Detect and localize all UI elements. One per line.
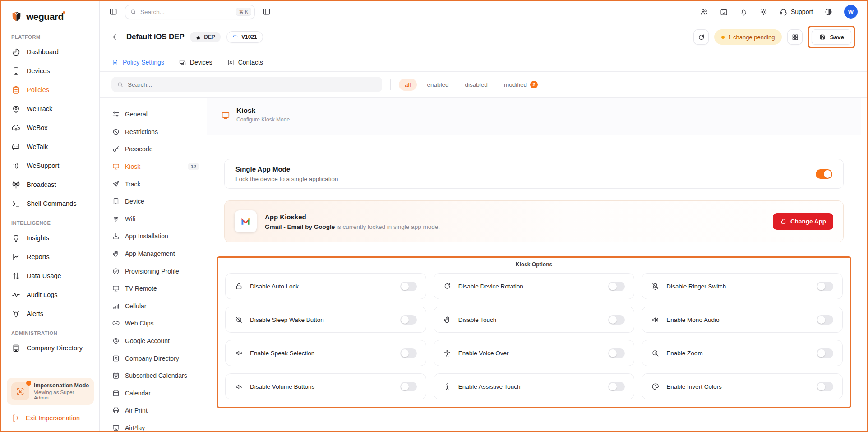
filter-enabled[interactable]: enabled [421, 79, 455, 91]
sidebar-item-label: Company Directory [27, 344, 83, 352]
sidebar-item-audit-logs[interactable]: Audit Logs [1, 285, 99, 304]
tab-devices[interactable]: Devices [179, 59, 212, 66]
sidebar-item-policies[interactable]: Policies [1, 80, 99, 99]
policy-nav-tv-remote[interactable]: TV Remote [112, 280, 199, 297]
policy-nav-label: App Management [125, 250, 175, 257]
calendar-check-button[interactable] [720, 8, 728, 16]
option-toggle-disable-volume-buttons[interactable] [400, 382, 417, 391]
zoom-in-icon [651, 349, 660, 358]
sidebar-item-webox[interactable]: WeBox [1, 118, 99, 137]
option-toggle-disable-sleep-wake-button[interactable] [400, 315, 417, 325]
policy-nav-passcode[interactable]: Passcode [112, 140, 199, 158]
policy-nav-app-installation[interactable]: App Installation [112, 228, 199, 245]
theme-contrast-icon[interactable] [824, 8, 833, 16]
policy-nav-subscribed-calendars[interactable]: Subscribed Calendars [112, 367, 199, 385]
sidebar-item-insights[interactable]: Insights [1, 228, 99, 247]
policy-nav-restrictions[interactable]: Restrictions [112, 123, 199, 141]
sidebar-item-dashboard[interactable]: Dashboard [1, 42, 99, 61]
filter-modified[interactable]: modified2 [498, 78, 544, 91]
policy-nav-label: Wifi [125, 215, 135, 223]
option-toggle-enable-mono-audio[interactable] [817, 315, 833, 325]
sidebar-item-data-usage[interactable]: Data Usage [1, 266, 99, 285]
sidebar-item-label: Shell Commands [27, 200, 76, 207]
policy-nav-kiosk[interactable]: Kiosk12 [112, 158, 199, 176]
gear-button[interactable] [759, 8, 768, 16]
policy-nav-airplay[interactable]: AirPlay [112, 419, 199, 431]
app-kiosked-title: App Kiosked [265, 213, 440, 221]
option-toggle-enable-speak-selection[interactable] [400, 348, 417, 358]
policy-nav-provisioning-profile[interactable]: Provisioning Profile [112, 262, 199, 280]
sidebar-toggle-icon[interactable] [109, 7, 118, 16]
policy-nav-company-directory[interactable]: Company Directory [112, 349, 199, 367]
scroll-gutter[interactable] [861, 98, 867, 431]
sidebar-item-wesupport[interactable]: WeSupport [1, 156, 99, 175]
change-app-label: Change App [790, 218, 826, 225]
policy-nav-track[interactable]: Track [112, 175, 199, 193]
option-label: Enable Zoom [666, 350, 702, 357]
grid-view-button[interactable] [787, 29, 803, 45]
pending-changes-label: 1 change pending [728, 34, 775, 41]
phone-icon [11, 66, 21, 76]
sidebar-item-label: Alerts [27, 310, 43, 317]
policy-nav-cellular[interactable]: Cellular [112, 297, 199, 315]
policy-nav-app-management[interactable]: App Management [112, 245, 199, 263]
policy-nav-device[interactable]: Device [112, 193, 199, 210]
option-toggle-enable-invert-colors[interactable] [817, 382, 833, 391]
policy-nav-air-print[interactable]: Air Print [112, 402, 199, 419]
user-avatar[interactable]: W [844, 5, 858, 19]
option-toggle-enable-zoom[interactable] [817, 348, 833, 358]
global-search-input[interactable] [140, 9, 232, 15]
policy-nav-calendar[interactable]: Calendar [112, 385, 199, 402]
brand-logo[interactable]: weguard [1, 7, 99, 27]
single-app-mode-toggle[interactable] [816, 169, 832, 179]
filter-all[interactable]: all [399, 79, 417, 91]
chat-icon [11, 142, 21, 152]
tab-contacts[interactable]: Contacts [227, 59, 263, 66]
option-label: Enable Invert Colors [666, 383, 721, 390]
change-app-button[interactable]: Change App [773, 213, 833, 230]
panel-right-toggle-icon[interactable] [262, 7, 271, 16]
policy-nav-web-clips[interactable]: Web Clips [112, 315, 199, 332]
bell-icon [739, 8, 748, 16]
policy-nav-google-account[interactable]: Google Account [112, 332, 199, 350]
policy-search-input[interactable] [128, 81, 377, 88]
sidebar-item-wetalk[interactable]: WeTalk [1, 137, 99, 156]
back-button[interactable] [111, 33, 120, 42]
sidebar-item-broadcast[interactable]: Broadcast [1, 175, 99, 194]
sidebar-item-reports[interactable]: Reports [1, 247, 99, 266]
option-toggle-disable-device-rotation[interactable] [608, 282, 625, 291]
sidebar-item-wetrack[interactable]: WeTrack [1, 99, 99, 118]
support-button[interactable]: Support [779, 8, 813, 16]
sidebar-item-shell-commands[interactable]: Shell Commands [1, 194, 99, 213]
page-title: Default iOS DEP [126, 33, 184, 42]
save-button[interactable]: Save [812, 29, 851, 45]
filter-options: allenableddisabledmodified2 [399, 78, 544, 91]
save-button-label: Save [830, 34, 844, 41]
option-toggle-disable-touch[interactable] [608, 315, 625, 325]
bell-button[interactable] [739, 8, 748, 16]
option-toggle-disable-ringer-switch[interactable] [817, 282, 833, 291]
option-toggle-disable-auto-lock[interactable] [400, 282, 417, 291]
sidebar-item-label: WeTalk [27, 143, 48, 150]
exit-impersonation-button[interactable]: Exit Impersonation [1, 408, 99, 425]
filter-disabled[interactable]: disabled [459, 79, 494, 91]
policy-nav-wifi[interactable]: Wifi [112, 210, 199, 228]
policy-search[interactable] [111, 77, 382, 92]
policy-nav-label: Device [125, 198, 144, 205]
tab-policy-settings[interactable]: Policy Settings [111, 59, 164, 66]
wifi-icon [112, 215, 120, 223]
refresh-button[interactable] [693, 29, 709, 45]
users-button[interactable] [700, 8, 708, 16]
sidebar-item-alerts[interactable]: Alerts [1, 304, 99, 323]
option-toggle-enable-assistive-touch[interactable] [608, 382, 625, 391]
policy-nav-general[interactable]: General [112, 106, 199, 123]
filter-label: enabled [427, 81, 449, 88]
option-toggle-enable-voice-over[interactable] [608, 348, 625, 358]
link-icon [112, 319, 120, 327]
policy-nav-label: Restrictions [125, 128, 158, 135]
kiosk-options-annotation-highlight: Kiosk Options Disable Auto LockDisable D… [217, 256, 851, 408]
sidebar-item-devices[interactable]: Devices [1, 61, 99, 80]
sidebar-item-company-directory[interactable]: Company Directory [1, 339, 99, 358]
global-search[interactable]: ⌘ K [125, 5, 255, 19]
impersonation-banner[interactable]: Impersonation Mode Viewing as Super Admi… [7, 378, 94, 405]
